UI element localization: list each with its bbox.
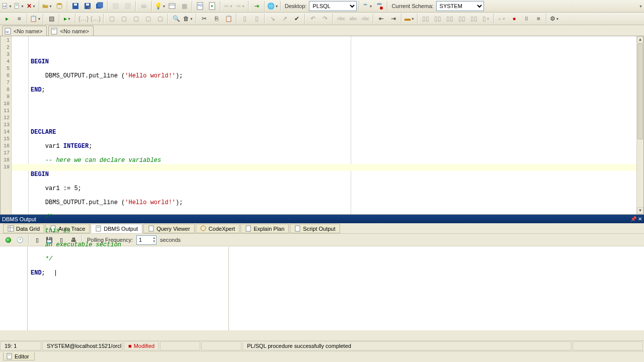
editor[interactable]: 12345678910111213141516171819 BEGIN DBMS… bbox=[0, 36, 644, 215]
open-db-icon[interactable] bbox=[54, 1, 65, 12]
grid-icon-1: ▦ bbox=[179, 1, 190, 12]
sql-script-icon[interactable]: SQL bbox=[195, 1, 206, 12]
main-toolbar-1: sql▼ ▼ ✕▼ ▼ 💡▼ ▦ SQL ⬅▼ ➡▼ ⇥ 🌐▼ Desktop:… bbox=[0, 0, 644, 13]
dis-btn-b: ▢ bbox=[118, 13, 129, 24]
abc1-icon: Abc bbox=[336, 13, 347, 24]
forward-icon: ➡▼ bbox=[235, 1, 246, 12]
execute-icon[interactable]: ▸ bbox=[2, 13, 13, 24]
debug-step-icon[interactable]: ▸▼ bbox=[62, 13, 73, 24]
svg-rect-12 bbox=[113, 3, 119, 9]
status-blank-2 bbox=[201, 341, 242, 350]
svg-point-21 bbox=[364, 4, 368, 5]
status-position: 19: 1 bbox=[0, 341, 41, 350]
lightbulb-icon[interactable]: 💡▼ bbox=[154, 1, 166, 12]
schema-combo[interactable]: SYSTEM bbox=[436, 1, 484, 11]
record-icon[interactable]: ● bbox=[509, 13, 520, 24]
find-icon[interactable]: 🔍 bbox=[171, 13, 182, 24]
code-area[interactable]: BEGIN DBMS_OUTPUT.put_line ('Hello world… bbox=[29, 36, 351, 214]
outdent-icon[interactable]: ⇤ bbox=[376, 13, 387, 24]
db-stop-icon[interactable] bbox=[374, 1, 385, 12]
tools-icon[interactable]: ⚙▼ bbox=[549, 13, 560, 24]
scroll-down-icon[interactable]: ▼ bbox=[637, 207, 643, 214]
dis-btn-e: ▢ bbox=[154, 13, 166, 24]
multi-doc-3: ▯▯ bbox=[444, 13, 455, 24]
back-icon: ⬅▼ bbox=[223, 1, 234, 12]
db-action-icon[interactable]: ▼ bbox=[362, 1, 373, 12]
checkmark-icon[interactable]: ✔ bbox=[291, 13, 302, 24]
vertical-scrollbar[interactable]: ▲ ▼ bbox=[636, 36, 643, 214]
line-gutter: 12345678910111213141516171819 bbox=[1, 36, 12, 214]
dis-btn-d: ▢ bbox=[142, 13, 153, 24]
text-caret bbox=[55, 270, 56, 276]
indent-icon[interactable]: ⇥ bbox=[388, 13, 399, 24]
play-btn-icon: ▸▼ bbox=[497, 13, 508, 24]
svg-point-23 bbox=[380, 7, 383, 10]
scroll-thumb[interactable] bbox=[637, 44, 643, 139]
file-tab-1[interactable]: sql <No name> bbox=[2, 26, 47, 36]
close-panel-icon[interactable]: ✕ bbox=[638, 216, 642, 222]
trash-icon[interactable]: 🗑▼ bbox=[183, 13, 194, 24]
multi-doc-6: ▯▼ bbox=[480, 13, 492, 24]
multi-doc-2: ▯▯ bbox=[432, 13, 443, 24]
polling-led-icon[interactable] bbox=[3, 235, 13, 245]
clock-icon[interactable]: 🕐 bbox=[15, 235, 25, 245]
print-icon bbox=[138, 1, 149, 12]
script-run-icon[interactable]: ▤ bbox=[46, 13, 57, 24]
multi-doc-5: ▯▯ bbox=[468, 13, 479, 24]
svg-rect-11 bbox=[98, 3, 103, 8]
svg-text:sql: sql bbox=[3, 5, 6, 8]
open-icon[interactable]: ▼ bbox=[42, 1, 53, 12]
multi-doc-1: ▯▯ bbox=[420, 13, 431, 24]
save-as-icon[interactable] bbox=[82, 1, 93, 12]
svg-rect-16 bbox=[169, 4, 175, 9]
editor-right-pane bbox=[351, 36, 643, 214]
stop-icon: ■ bbox=[14, 13, 25, 24]
sql-run-icon[interactable] bbox=[207, 1, 218, 12]
status-message: PL/SQL procedure successfully completed bbox=[243, 341, 572, 350]
main-toolbar-2: ▸ ■ 📋▼ ▤ ▸▼ {…} (…) ▢ ▢ ▢ ▢ ▢ 🔍 🗑▼ ✂ ⎘ 📋… bbox=[0, 13, 644, 25]
dis-btn-c: ▢ bbox=[130, 13, 141, 24]
svg-rect-15 bbox=[142, 3, 145, 5]
save-all-icon[interactable] bbox=[94, 1, 105, 12]
file-tab-1-label: <No name> bbox=[14, 28, 42, 34]
calendar-icon[interactable] bbox=[167, 1, 178, 12]
close-doc-icon[interactable]: ✕▼ bbox=[26, 1, 37, 12]
language-combo[interactable]: PLSQL bbox=[309, 1, 357, 11]
svg-rect-38 bbox=[7, 353, 12, 359]
disabled-icon-2 bbox=[122, 1, 133, 12]
nav1-icon: ↘ bbox=[267, 13, 278, 24]
status-connection: SYSTEM@localhost:1521/orcl bbox=[42, 341, 123, 350]
copy-icon[interactable]: ⎘ bbox=[211, 13, 222, 24]
svg-text:sql: sql bbox=[6, 30, 9, 33]
editor-tab[interactable]: Editor bbox=[3, 352, 35, 360]
svg-point-5 bbox=[57, 3, 62, 5]
sql-doc-icon[interactable]: sql▼ bbox=[2, 1, 13, 12]
undo-icon: ↶ bbox=[307, 13, 318, 24]
status-bar: 19: 1 SYSTEM@localhost:1521/orcl ■Modifi… bbox=[0, 340, 644, 350]
toolbar-overflow-icon[interactable]: ▼ bbox=[639, 5, 642, 8]
modified-indicator: ■Modified bbox=[124, 341, 159, 350]
paste-icon[interactable]: 📋 bbox=[223, 13, 234, 24]
svg-rect-13 bbox=[125, 3, 131, 9]
doc-blank2-icon: ▯ bbox=[251, 13, 262, 24]
globe-icon[interactable]: 🌐▼ bbox=[267, 1, 278, 12]
sheet-icon[interactable]: ▼ bbox=[14, 1, 25, 12]
file-tab-bar: sql <No name> <No name> bbox=[0, 25, 644, 36]
status-blank-3 bbox=[573, 341, 643, 350]
save-icon[interactable] bbox=[70, 1, 81, 12]
highlight-icon[interactable]: ▬▼ bbox=[404, 13, 415, 24]
svg-rect-9 bbox=[86, 4, 89, 6]
svg-rect-28 bbox=[8, 226, 14, 231]
file-tab-2[interactable]: <No name> bbox=[48, 26, 93, 36]
cut-icon[interactable]: ✂ bbox=[199, 13, 210, 24]
goto-icon[interactable]: ⇥ bbox=[251, 1, 262, 12]
explain-icon[interactable]: 📋▼ bbox=[30, 13, 41, 24]
svg-rect-26 bbox=[51, 28, 57, 34]
abc3-icon: Abc bbox=[360, 13, 371, 24]
svg-text:SQL: SQL bbox=[198, 4, 203, 7]
redo-icon: ↷ bbox=[319, 13, 331, 24]
nav2-icon: ↗ bbox=[279, 13, 290, 24]
scroll-up-icon[interactable]: ▲ bbox=[637, 36, 643, 43]
pin-icon[interactable]: 📌 bbox=[630, 216, 636, 222]
multi-doc-4: ▯▯ bbox=[456, 13, 467, 24]
